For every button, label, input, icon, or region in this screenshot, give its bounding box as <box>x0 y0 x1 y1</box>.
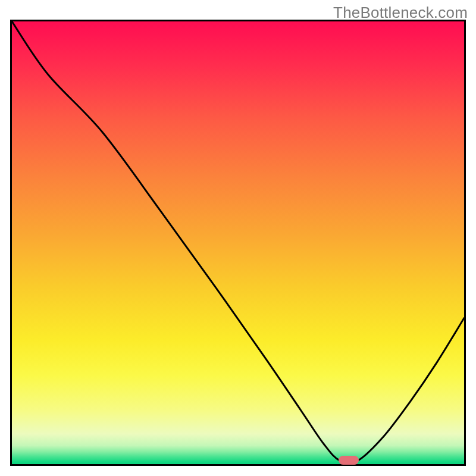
chart-frame: TheBottleneck.com <box>0 0 476 476</box>
chart-background <box>12 21 464 464</box>
optimal-indicator <box>339 456 359 465</box>
chart-plot <box>12 21 464 464</box>
